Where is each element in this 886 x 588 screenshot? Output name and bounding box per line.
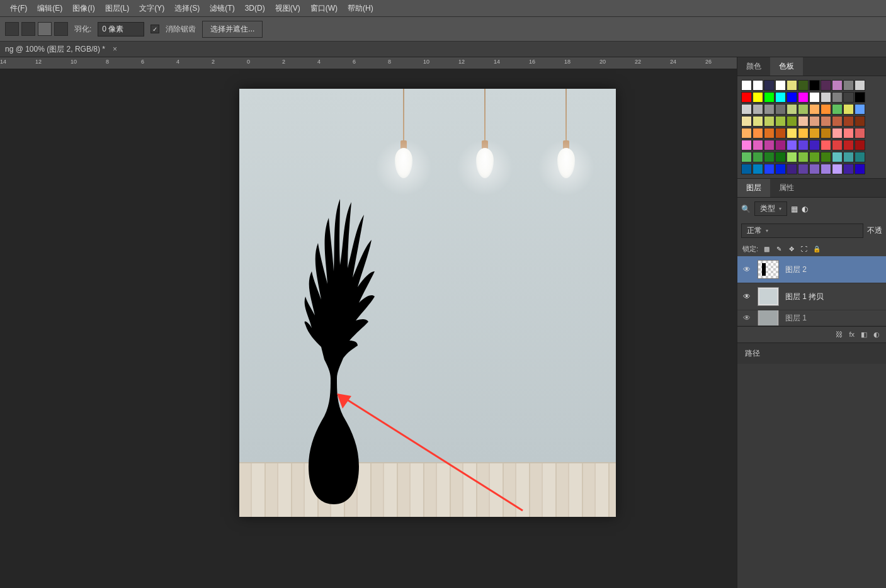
swatch[interactable] bbox=[775, 152, 786, 162]
swatch[interactable] bbox=[855, 80, 865, 91]
layer-row[interactable]: 👁图层 1 bbox=[737, 310, 886, 326]
swatch[interactable] bbox=[787, 104, 797, 115]
swatch[interactable] bbox=[775, 116, 786, 127]
swatch[interactable] bbox=[741, 116, 752, 127]
swatch[interactable] bbox=[775, 104, 786, 115]
swatch[interactable] bbox=[798, 128, 809, 139]
swatch[interactable] bbox=[764, 104, 775, 115]
visibility-toggle-icon[interactable]: 👁 bbox=[742, 314, 751, 322]
swatch[interactable] bbox=[798, 116, 809, 127]
layer-row[interactable]: 👁图层 1 拷贝 bbox=[737, 283, 886, 310]
menu-select[interactable]: 选择(S) bbox=[169, 3, 205, 14]
swatch[interactable] bbox=[787, 80, 797, 91]
swatch[interactable] bbox=[855, 92, 865, 103]
lock-transparent-icon[interactable]: ▩ bbox=[762, 245, 771, 254]
swatch[interactable] bbox=[798, 104, 809, 115]
swatch[interactable] bbox=[855, 140, 865, 150]
tab-layers[interactable]: 图层 bbox=[737, 179, 770, 197]
swatch[interactable] bbox=[787, 116, 797, 127]
swatch[interactable] bbox=[787, 128, 797, 139]
lock-position-icon[interactable]: ✥ bbox=[787, 245, 796, 254]
filter-pixel-icon[interactable]: ▦ bbox=[791, 205, 798, 213]
swatch[interactable] bbox=[843, 164, 854, 174]
swatch[interactable] bbox=[787, 152, 797, 162]
menu-edit[interactable]: 编辑(E) bbox=[32, 3, 67, 14]
swatch[interactable] bbox=[843, 80, 854, 91]
swatch[interactable] bbox=[832, 140, 843, 150]
swatch[interactable] bbox=[775, 80, 786, 91]
swatch[interactable] bbox=[843, 128, 854, 139]
swatch[interactable] bbox=[787, 164, 797, 174]
subtract-selection-icon[interactable] bbox=[38, 22, 52, 36]
swatch[interactable] bbox=[821, 92, 831, 103]
swatch[interactable] bbox=[741, 128, 752, 139]
swatch[interactable] bbox=[809, 92, 820, 103]
swatch[interactable] bbox=[821, 152, 831, 162]
swatch[interactable] bbox=[843, 152, 854, 162]
swatch[interactable] bbox=[741, 164, 752, 174]
swatch[interactable] bbox=[832, 164, 843, 174]
document-tab[interactable]: ng @ 100% (图层 2, RGB/8) * × bbox=[0, 42, 886, 57]
swatch[interactable] bbox=[832, 92, 843, 103]
swatch[interactable] bbox=[775, 140, 786, 150]
add-selection-icon[interactable] bbox=[21, 22, 35, 36]
swatch[interactable] bbox=[832, 80, 843, 91]
close-tab-icon[interactable]: × bbox=[113, 45, 117, 54]
swatch[interactable] bbox=[741, 104, 752, 115]
new-selection-icon[interactable] bbox=[5, 22, 19, 36]
swatch[interactable] bbox=[764, 140, 775, 150]
visibility-toggle-icon[interactable]: 👁 bbox=[742, 265, 751, 274]
menu-help[interactable]: 帮助(H) bbox=[343, 3, 378, 14]
lock-paint-icon[interactable]: ✎ bbox=[775, 245, 783, 254]
swatch[interactable] bbox=[855, 128, 865, 139]
swatch[interactable] bbox=[809, 140, 820, 150]
swatch[interactable] bbox=[775, 164, 786, 174]
swatch[interactable] bbox=[843, 140, 854, 150]
swatch[interactable] bbox=[855, 104, 865, 115]
menu-text[interactable]: 文字(Y) bbox=[134, 3, 169, 14]
swatch[interactable] bbox=[809, 164, 820, 174]
swatch[interactable] bbox=[741, 140, 752, 150]
swatch[interactable] bbox=[821, 116, 831, 127]
swatch[interactable] bbox=[741, 92, 752, 103]
layer-thumbnail[interactable] bbox=[758, 310, 779, 326]
layer-name[interactable]: 图层 1 bbox=[785, 313, 807, 324]
layer-row[interactable]: 👁图层 2 bbox=[737, 256, 886, 283]
layer-name[interactable]: 图层 1 拷贝 bbox=[785, 291, 824, 302]
swatch[interactable] bbox=[775, 92, 786, 103]
swatch[interactable] bbox=[798, 152, 809, 162]
blend-mode-dropdown[interactable]: 正常▾ bbox=[741, 223, 863, 238]
swatch[interactable] bbox=[764, 80, 775, 91]
swatch[interactable] bbox=[741, 80, 752, 91]
menu-window[interactable]: 窗口(W) bbox=[305, 3, 343, 14]
swatch[interactable] bbox=[832, 116, 843, 127]
swatch[interactable] bbox=[821, 128, 831, 139]
menu-view[interactable]: 视图(V) bbox=[270, 3, 305, 14]
swatch[interactable] bbox=[787, 140, 797, 150]
paths-panel-header[interactable]: 路径 bbox=[737, 342, 886, 364]
canvas[interactable] bbox=[239, 89, 616, 517]
link-layers-icon[interactable]: ⛓ bbox=[836, 331, 843, 339]
swatch[interactable] bbox=[821, 164, 831, 174]
tab-color[interactable]: 颜色 bbox=[737, 57, 770, 76]
swatch[interactable] bbox=[821, 104, 831, 115]
swatch[interactable] bbox=[753, 152, 763, 162]
swatch[interactable] bbox=[798, 164, 809, 174]
swatch[interactable] bbox=[798, 140, 809, 150]
swatch[interactable] bbox=[764, 92, 775, 103]
swatch[interactable] bbox=[753, 140, 763, 150]
menu-image[interactable]: 图像(I) bbox=[67, 3, 99, 14]
feather-input[interactable]: 0 像素 bbox=[98, 22, 144, 37]
select-and-mask-button[interactable]: 选择并遮住... bbox=[202, 21, 263, 38]
lock-artboard-icon[interactable]: ⛶ bbox=[800, 245, 809, 254]
swatch[interactable] bbox=[775, 128, 786, 139]
lock-all-icon[interactable]: 🔒 bbox=[812, 245, 821, 254]
menu-3d[interactable]: 3D(D) bbox=[240, 4, 270, 13]
antialias-checkbox[interactable]: ✓ bbox=[151, 25, 159, 33]
swatch[interactable] bbox=[809, 128, 820, 139]
swatch[interactable] bbox=[741, 152, 752, 162]
layer-mask-icon[interactable]: ◧ bbox=[861, 331, 867, 339]
swatch[interactable] bbox=[809, 152, 820, 162]
filter-adjust-icon[interactable]: ◐ bbox=[802, 205, 808, 213]
swatch[interactable] bbox=[764, 128, 775, 139]
